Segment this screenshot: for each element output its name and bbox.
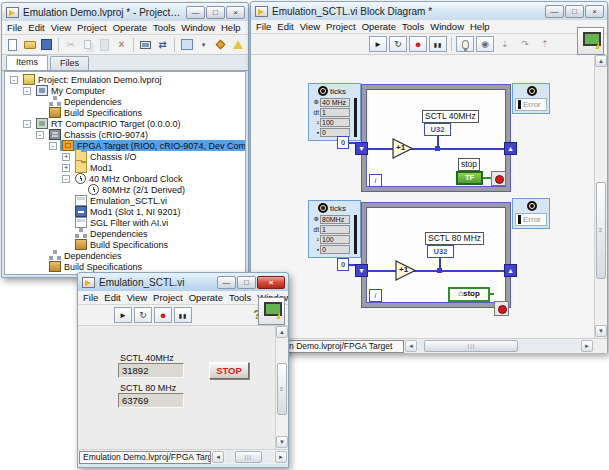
tree-item-project[interactable]: -Project: Emulation Demo.lvproj — [5, 74, 245, 85]
step-into-icon[interactable]: ⇣ — [496, 36, 514, 52]
expander-icon[interactable]: - — [36, 131, 44, 139]
tree-item-fpga-dependencies[interactable]: Dependencies — [5, 228, 245, 239]
vertical-scrollbar[interactable]: ▲ ≡ ▼ — [594, 55, 607, 338]
scroll-left-icon[interactable]: ◄ — [405, 340, 417, 352]
scroll-left-icon[interactable]: ◄ — [212, 451, 224, 463]
expander-icon[interactable]: - — [23, 120, 31, 128]
init-constant-0[interactable]: 0 — [337, 136, 349, 149]
menu-edit[interactable]: Edit — [274, 20, 296, 33]
increment-function[interactable]: +1 — [395, 260, 416, 281]
dt-value[interactable]: 1 — [320, 225, 350, 234]
expander-icon[interactable]: - — [62, 175, 70, 183]
clock-source-value[interactable]: 40 MHz — [320, 98, 350, 107]
menu-edit[interactable]: Edit — [25, 21, 47, 34]
step-over-icon[interactable]: ↷ — [516, 36, 534, 52]
priority-value[interactable]: 100 — [320, 235, 350, 244]
scrollbar-thumb[interactable]: ≡ — [596, 182, 606, 278]
shift-register-right-icon[interactable]: ▲ — [504, 264, 517, 277]
front-panel-titlebar[interactable]: Emulation_SCTL.vi — □ × — [78, 273, 288, 291]
abort-button[interactable]: ● — [409, 36, 427, 52]
scroll-right-icon[interactable]: ► — [275, 451, 287, 463]
close-button[interactable]: × — [226, 6, 245, 19]
block-diagram-titlebar[interactable]: Emulation_SCTL.vi Block Diagram * — □ × — [251, 2, 607, 20]
timed-loop-input-node-80mhz[interactable]: ticks 80MHz dt1 100 0 — [308, 200, 361, 258]
close-button[interactable]: × — [257, 276, 285, 289]
view-dropdown-icon[interactable]: ▾ — [196, 38, 211, 52]
iteration-terminal[interactable]: i — [369, 289, 382, 302]
u32-indicator-terminal[interactable]: U32 — [424, 123, 451, 136]
increment-function[interactable]: +1 — [392, 138, 413, 159]
menu-operate[interactable]: Operate — [110, 21, 150, 34]
view-options-icon[interactable] — [179, 38, 194, 52]
tree-item-chassis[interactable]: -Chassis (cRIO-9074) — [5, 129, 245, 140]
minimize-button[interactable]: — — [186, 6, 205, 19]
tree-item-my-computer[interactable]: -My Computer — [5, 85, 245, 96]
expander-icon[interactable]: + — [62, 164, 70, 172]
project-explorer-titlebar[interactable]: Emulation Demo.lvproj * - Project Explor… — [2, 3, 248, 21]
open-project-icon[interactable] — [22, 38, 37, 52]
stop-control-label[interactable]: stop — [458, 158, 480, 171]
wire[interactable] — [490, 293, 494, 295]
menu-tools[interactable]: Tools — [399, 20, 427, 33]
tree-item-derived-clock[interactable]: 80MHz (2/1 Derived) — [5, 184, 245, 195]
minimize-button[interactable]: — — [217, 276, 236, 289]
tree-item-dependencies[interactable]: Dependencies — [5, 96, 245, 107]
run-continuous-button[interactable]: ↻ — [134, 307, 152, 323]
connect-target-icon[interactable]: ⇄ — [155, 38, 170, 52]
new-file-icon[interactable] — [5, 38, 20, 52]
maximize-button[interactable]: □ — [237, 276, 256, 289]
save-all-icon[interactable] — [39, 38, 54, 52]
run-button[interactable]: ► — [114, 307, 132, 323]
horizontal-scrollbar[interactable]: ||| — [418, 340, 580, 352]
menu-view[interactable]: View — [124, 291, 150, 304]
init-constant-0[interactable]: 0 — [337, 258, 349, 271]
copy-icon[interactable] — [80, 38, 95, 52]
indicator-label[interactable]: SCTL 80 MHz — [425, 232, 484, 245]
tree-item-rt-dependencies[interactable]: Dependencies — [5, 250, 245, 261]
tab-items[interactable]: Items — [6, 55, 48, 70]
tree-item-onboard-clock[interactable]: -40 MHz Onboard Clock — [5, 173, 245, 184]
scroll-down-icon[interactable]: ▼ — [595, 325, 607, 337]
expander-icon[interactable]: + — [62, 153, 70, 161]
sctl-40mhz-indicator[interactable]: 31892 — [118, 363, 184, 378]
tree-item-emulation-sctl-vi[interactable]: Emulation_SCTL.vi — [5, 195, 245, 206]
tree-item-mod1-module[interactable]: Mod1 (Slot 1, NI 9201) — [5, 206, 245, 217]
scrollbar-thumb[interactable]: ≡ — [277, 363, 287, 415]
scroll-right-icon[interactable]: ► — [581, 340, 593, 352]
menu-project[interactable]: Project — [323, 20, 359, 33]
pause-button[interactable]: ▮▮ — [429, 36, 447, 52]
menu-file[interactable]: File — [253, 20, 274, 33]
tree-item-rt-build-specs[interactable]: Build Specifications — [5, 261, 245, 272]
priority-value[interactable]: 100 — [320, 118, 350, 127]
menu-view[interactable]: View — [48, 21, 74, 34]
menu-project[interactable]: Project — [150, 291, 186, 304]
scroll-up-icon[interactable]: ▲ — [276, 326, 288, 338]
expander-icon[interactable]: - — [10, 76, 18, 84]
error-output-node-80mhz[interactable]: Error — [512, 198, 550, 229]
menu-edit[interactable]: Edit — [101, 291, 123, 304]
edit-properties-icon[interactable] — [213, 38, 228, 52]
retain-wire-values-icon[interactable]: ◉ — [476, 36, 494, 52]
menu-file[interactable]: File — [4, 21, 25, 34]
stop-boolean-terminal[interactable]: TF — [456, 171, 483, 185]
iteration-terminal[interactable]: i — [369, 174, 382, 187]
shift-register-right-icon[interactable]: ▲ — [504, 142, 517, 155]
loop-condition-terminal[interactable] — [491, 171, 506, 186]
tree-item-chassis-io[interactable]: +Chassis I/O — [5, 151, 245, 162]
run-continuous-button[interactable]: ↻ — [389, 36, 407, 52]
menu-file[interactable]: File — [80, 291, 101, 304]
maximize-button[interactable]: □ — [565, 5, 584, 18]
sctl-80mhz-indicator[interactable]: 63769 — [118, 393, 184, 408]
menu-operate[interactable]: Operate — [186, 291, 226, 304]
tree-item-sgl-filter-vi[interactable]: SGL Filter with AI.vi — [5, 217, 245, 228]
single-cycle-timed-loop-40mhz[interactable] — [361, 84, 511, 192]
scroll-down-icon[interactable]: ▼ — [276, 436, 288, 448]
stop-local-variable[interactable]: ⌂stop — [448, 287, 490, 302]
shift-register-left-icon[interactable]: ▼ — [355, 142, 368, 155]
cut-icon[interactable]: ✂ — [63, 38, 78, 52]
scrollbar-thumb[interactable]: ||| — [235, 451, 262, 463]
timed-loop-input-node-40mhz[interactable]: ticks 40 MHz dt1 100 0 — [308, 83, 361, 141]
pause-button[interactable]: ▮▮ — [174, 307, 192, 323]
maximize-button[interactable]: □ — [206, 6, 225, 19]
loop-condition-terminal[interactable] — [494, 301, 509, 316]
